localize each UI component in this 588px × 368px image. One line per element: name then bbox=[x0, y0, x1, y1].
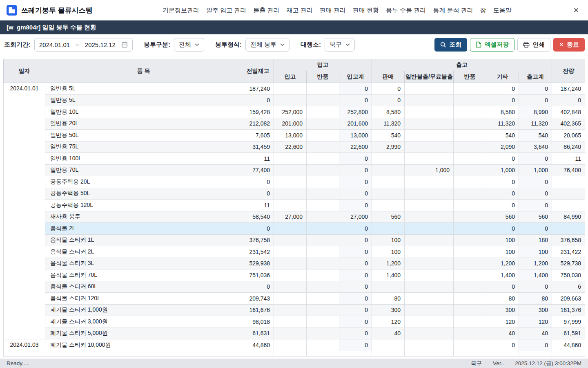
menu-item-9[interactable]: 도움말 bbox=[493, 7, 512, 14]
value-cell bbox=[405, 328, 454, 339]
table-row[interactable]: 공동주택용 120L11000 bbox=[4, 200, 585, 211]
table-row[interactable]: 일반용 5L000000 bbox=[4, 94, 585, 106]
item-cell: 폐기물 스티커 1,000원 bbox=[45, 304, 242, 316]
table-row[interactable]: 2024.01.03폐기물 스티커 10,000원44,86000044,860 bbox=[4, 339, 585, 351]
value-cell bbox=[307, 211, 339, 223]
value-cell bbox=[454, 339, 486, 351]
value-cell: 0 bbox=[339, 339, 372, 351]
table-row[interactable]: 음식물 2L0000 bbox=[4, 223, 585, 235]
close-button[interactable]: ✕ 종료 bbox=[553, 38, 585, 52]
value-cell: 11,320 bbox=[486, 118, 519, 130]
value-cell: 0 bbox=[486, 153, 519, 165]
value-cell: 0 bbox=[339, 304, 372, 316]
value-cell bbox=[405, 200, 454, 211]
table-row[interactable]: 2024.01.01일반용 5L187,2400000187,240 bbox=[4, 83, 585, 95]
value-cell bbox=[307, 164, 339, 176]
value-cell bbox=[454, 316, 486, 328]
table-row[interactable]: 공동주택용 50L0000 bbox=[4, 188, 585, 200]
value-cell: 0 bbox=[486, 281, 519, 293]
value-cell: 1,200 bbox=[519, 258, 552, 269]
value-cell bbox=[307, 328, 339, 339]
value-cell: 76,400 bbox=[552, 164, 585, 176]
table-row[interactable]: 일반용 100L1100011 bbox=[4, 153, 585, 165]
table-row[interactable]: 일반용 75L31,45922,60022,6002,9902,0903,640… bbox=[4, 141, 585, 153]
value-cell bbox=[274, 293, 307, 305]
value-cell: 0 bbox=[339, 176, 372, 188]
menu-item-1[interactable]: 발주 입고 관리 bbox=[206, 7, 246, 14]
table-row[interactable]: 음식물 스티커 60L00006 bbox=[4, 281, 585, 293]
menu-item-4[interactable]: 판매 관리 bbox=[320, 7, 346, 14]
value-cell bbox=[405, 304, 454, 316]
table-row[interactable]: 일반용 10L159,428252,000252,8008,5808,5808,… bbox=[4, 106, 585, 118]
value-cell: 80 bbox=[519, 293, 552, 305]
value-cell bbox=[372, 164, 405, 176]
bag-type-select[interactable]: 전체 bbox=[174, 38, 204, 52]
menu-item-3[interactable]: 재고 관리 bbox=[287, 7, 313, 14]
table-row[interactable]: 폐기물 스티커 5,000원61,631040404061,591 bbox=[4, 328, 585, 339]
value-cell bbox=[454, 83, 486, 95]
value-cell bbox=[307, 141, 339, 153]
table-row[interactable]: 음식물 스티커 70L751,03601,4001,4001,400750,03… bbox=[4, 269, 585, 281]
window-close-icon[interactable]: ✕ bbox=[573, 0, 579, 20]
table-row[interactable]: 폐기물 스티커 1,000원161,6760300300300161,376 bbox=[4, 304, 585, 316]
table-row[interactable]: 일반용 70L77,40001,0001,0001,00076,400 bbox=[4, 164, 585, 176]
item-cell: 음식물 스티커 2L bbox=[45, 246, 242, 258]
table-row[interactable]: 공동주택용 20L0000 bbox=[4, 176, 585, 188]
menu-item-6[interactable]: 봉투 수불 관리 bbox=[386, 7, 426, 14]
value-cell: 61,631 bbox=[242, 328, 274, 339]
value-cell: 11,320 bbox=[519, 118, 552, 130]
col-header-in-total: 입고계 bbox=[339, 71, 372, 83]
bag-format-select[interactable]: 전체 봉투 bbox=[245, 38, 290, 52]
empty-cell bbox=[519, 351, 552, 356]
excel-save-button[interactable]: 엑셀저장 bbox=[470, 38, 514, 52]
value-cell bbox=[405, 188, 454, 200]
table-row[interactable]: 음식물 스티커 3L529,93801,2001,2001,200529,738 bbox=[4, 258, 585, 269]
value-cell bbox=[274, 328, 307, 339]
calendar-icon[interactable] bbox=[121, 41, 128, 48]
value-cell: 8,580 bbox=[372, 106, 405, 118]
menu-item-0[interactable]: 기본정보관리 bbox=[163, 7, 199, 14]
value-cell: 540 bbox=[519, 130, 552, 141]
empty-cell bbox=[486, 351, 519, 356]
table-row[interactable]: 재사용 봉투58,54027,00027,00056056056084,990 bbox=[4, 211, 585, 223]
status-bar: Ready..... 북구 Ver.. 2025.12.12 (금) 3:00:… bbox=[0, 359, 588, 368]
value-cell: 0 bbox=[339, 153, 372, 165]
menu-item-5[interactable]: 판매 현황 bbox=[353, 7, 379, 14]
menu-item-8[interactable]: 창 bbox=[480, 7, 486, 14]
search-button[interactable]: 조회 bbox=[434, 38, 467, 52]
item-cell: 음식물 스티커 1L bbox=[45, 234, 242, 246]
value-cell: 0 bbox=[519, 339, 552, 351]
empty-cell bbox=[454, 351, 486, 356]
table-row[interactable]: 음식물 스티커 120L209,7430808080209,663 bbox=[4, 293, 585, 305]
date-from-value[interactable]: 2024.01.01 bbox=[39, 41, 70, 48]
table-row[interactable]: 일반용 20L212,082201,000201,60011,32011,320… bbox=[4, 118, 585, 130]
empty-cell bbox=[307, 351, 339, 356]
value-cell: 7,605 bbox=[242, 130, 274, 141]
value-cell: 212,082 bbox=[242, 118, 274, 130]
agency-select[interactable]: 북구 bbox=[325, 38, 355, 52]
table-row[interactable]: 폐기물 스티커 3,000원98,018012012012097,999 bbox=[4, 316, 585, 328]
value-cell bbox=[552, 176, 585, 188]
value-cell: 40 bbox=[519, 328, 552, 339]
value-cell: 0 bbox=[339, 258, 372, 269]
date-to-value[interactable]: 2025.12.12 bbox=[85, 41, 116, 48]
value-cell: 0 bbox=[486, 200, 519, 211]
value-cell bbox=[274, 176, 307, 188]
value-cell bbox=[405, 141, 454, 153]
col-header-item: 품 목 bbox=[45, 59, 242, 83]
value-cell: 0 bbox=[519, 94, 552, 106]
menu-item-7[interactable]: 통계 분석 관리 bbox=[433, 7, 473, 14]
value-cell: 0 bbox=[242, 94, 274, 106]
value-cell bbox=[454, 188, 486, 200]
table-row[interactable]: 음식물 스티커 1L376,7580100100180376,658 bbox=[4, 234, 585, 246]
print-button[interactable]: 인쇄 bbox=[517, 38, 550, 52]
main-menu: 기본정보관리발주 입고 관리불출 관리재고 관리판매 관리판매 현황봉투 수불 … bbox=[163, 0, 512, 20]
table-row[interactable]: 음식물 스티커 2L231,5420100100100231,422 bbox=[4, 246, 585, 258]
value-cell: 1,400 bbox=[486, 269, 519, 281]
item-cell: 일반용 20L bbox=[45, 118, 242, 130]
value-cell: 751,036 bbox=[242, 269, 274, 281]
date-range-input[interactable]: 2024.01.01 ~ 2025.12.12 bbox=[34, 38, 133, 52]
table-row[interactable]: 일반용 50L7,60513,00013,00054054054020,065 bbox=[4, 130, 585, 141]
menu-item-2[interactable]: 불출 관리 bbox=[253, 7, 279, 14]
value-cell: 61,591 bbox=[552, 328, 585, 339]
